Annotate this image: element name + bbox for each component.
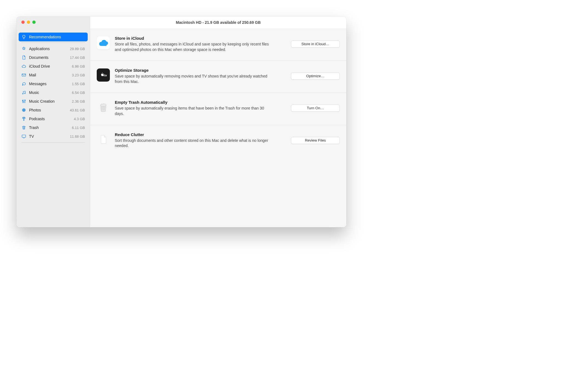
sidebar-item-music[interactable]: Music 6.54 GB — [19, 88, 88, 97]
svg-point-11 — [23, 111, 24, 111]
sidebar: Recommendations Applications 29.89 GB — [16, 16, 90, 227]
blank-document-icon — [97, 133, 110, 146]
sidebar-item-mail[interactable]: Mail 3.23 GB — [19, 71, 88, 79]
sidebar-item-size: 6.11 GB — [72, 126, 85, 130]
bubble-icon — [21, 81, 27, 87]
sidebar-item-size: 1.55 GB — [72, 82, 85, 86]
podcast-icon — [21, 116, 27, 122]
sidebar-item-photos[interactable]: Photos 43.61 GB — [19, 106, 88, 114]
zoom-window-button[interactable] — [32, 21, 36, 24]
recommendation-empty-trash: Empty Trash Automatically Save space by … — [90, 93, 346, 125]
flower-icon — [21, 107, 27, 113]
music-icon — [21, 90, 27, 96]
sidebar-item-size: 43.61 GB — [70, 108, 85, 112]
sidebar-item-trash[interactable]: Trash 6.11 GB — [19, 123, 88, 132]
sidebar-item-label: Documents — [29, 55, 68, 60]
turn-on-button[interactable]: Turn On… — [291, 105, 340, 112]
storage-management-window: Recommendations Applications 29.89 GB — [16, 16, 346, 227]
sidebar-item-icloud-drive[interactable]: iCloud Drive 6.98 GB — [19, 62, 88, 71]
trash-bin-icon — [97, 100, 110, 114]
recommendation-description: Save space by automatically removing mov… — [115, 74, 274, 84]
recommendations-list: Store in iCloud Store all files, photos,… — [90, 29, 346, 227]
applications-icon — [21, 46, 27, 52]
sidebar-item-label: Mail — [29, 73, 70, 77]
recommendation-store-in-icloud: Store in iCloud Store all files, photos,… — [90, 29, 346, 61]
svg-point-10 — [24, 109, 25, 110]
sidebar-item-label: Podcasts — [29, 117, 72, 121]
sidebar-item-size: 11.68 GB — [70, 134, 85, 139]
sidebar-item-size: 6.54 GB — [72, 91, 85, 95]
svg-text:tv: tv — [104, 74, 107, 77]
sidebar-item-documents[interactable]: Documents 17.44 GB — [19, 53, 88, 62]
svg-rect-0 — [22, 74, 26, 76]
sidebar-item-label: iCloud Drive — [29, 64, 70, 68]
document-icon — [21, 54, 27, 61]
main-panel: Macintosh HD - 21.9 GB available of 250.… — [90, 16, 346, 227]
sidebar-item-podcasts[interactable]: Podcasts 4.3 GB — [19, 114, 88, 123]
close-window-button[interactable] — [21, 21, 25, 24]
sidebar-item-size: 6.98 GB — [72, 64, 85, 68]
sidebar-separator — [21, 142, 85, 143]
svg-point-4 — [23, 110, 24, 110]
sidebar-item-label: Trash — [29, 125, 70, 130]
sidebar-item-size: 4.3 GB — [74, 117, 85, 121]
sidebar-item-size: 29.89 GB — [70, 47, 85, 51]
optimize-button[interactable]: Optimize… — [291, 73, 340, 80]
apple-tv-app-icon: tv — [97, 68, 110, 82]
titlebar: Macintosh HD - 21.9 GB available of 250.… — [90, 16, 346, 29]
sidebar-item-messages[interactable]: Messages 1.55 GB — [19, 79, 88, 88]
sidebar-item-label: Recommendations — [29, 35, 83, 39]
mixer-icon — [21, 98, 27, 104]
review-files-button[interactable]: Review Files — [291, 137, 340, 144]
sidebar-item-size: 17.44 GB — [70, 56, 85, 60]
sidebar-list: Recommendations Applications 29.89 GB — [16, 31, 90, 143]
svg-point-9 — [23, 109, 24, 110]
sidebar-item-label: Music — [29, 90, 70, 95]
sidebar-item-recommendations[interactable]: Recommendations — [19, 33, 88, 41]
tv-icon — [21, 133, 27, 139]
svg-rect-14 — [22, 135, 26, 137]
store-in-icloud-button[interactable]: Store in iCloud… — [291, 41, 340, 48]
sidebar-item-label: Applications — [29, 47, 68, 51]
recommendation-description: Sort through documents and other content… — [115, 138, 274, 149]
sidebar-item-tv[interactable]: TV 11.68 GB — [19, 132, 88, 141]
envelope-icon — [21, 72, 27, 78]
icloud-app-icon — [97, 36, 110, 50]
window-controls — [16, 16, 90, 31]
sidebar-item-applications[interactable]: Applications 29.89 GB — [19, 44, 88, 53]
minimize-window-button[interactable] — [27, 21, 30, 24]
recommendation-description: Store all files, photos, and messages in… — [115, 42, 274, 52]
recommendation-title: Empty Trash Automatically — [115, 100, 286, 105]
sidebar-item-music-creation[interactable]: Music Creation 2.36 GB — [19, 97, 88, 106]
trash-icon — [21, 125, 27, 131]
sidebar-item-label: Photos — [29, 108, 68, 112]
sidebar-item-size: 3.23 GB — [72, 73, 85, 77]
sidebar-item-label: Messages — [29, 82, 70, 86]
lightbulb-icon — [21, 34, 27, 40]
sidebar-item-label: TV — [29, 134, 68, 139]
recommendation-title: Reduce Clutter — [115, 132, 286, 137]
svg-point-13 — [24, 118, 24, 119]
svg-point-12 — [24, 111, 25, 111]
recommendation-optimize-storage: tv Optimize Storage Save space by automa… — [90, 61, 346, 93]
recommendation-title: Store in iCloud — [115, 36, 286, 41]
recommendation-reduce-clutter: Reduce Clutter Sort through documents an… — [90, 125, 346, 157]
recommendation-description: Save space by automatically erasing item… — [115, 106, 274, 116]
sidebar-separator — [21, 42, 85, 43]
sidebar-item-size: 2.36 GB — [72, 99, 85, 104]
recommendation-title: Optimize Storage — [115, 68, 286, 73]
cloud-icon — [21, 63, 27, 69]
sidebar-item-label: Music Creation — [29, 99, 70, 104]
window-title: Macintosh HD - 21.9 GB available of 250.… — [176, 20, 261, 25]
